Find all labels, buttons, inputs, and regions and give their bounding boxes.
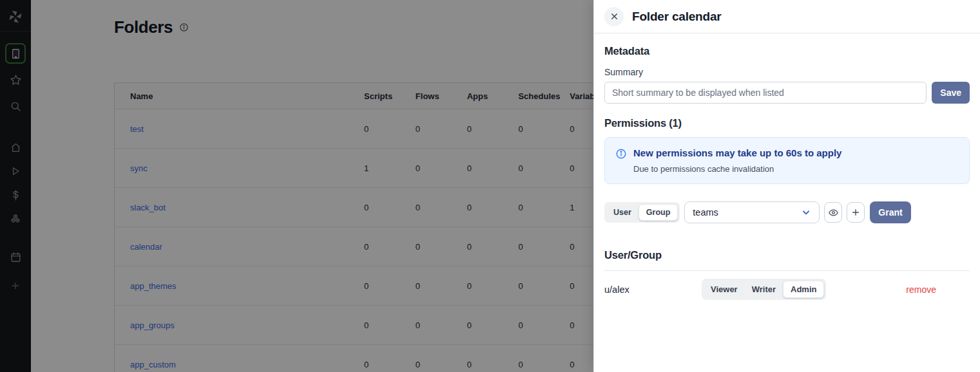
role-toggle: ViewerWriterAdmin — [702, 279, 826, 300]
summary-label: Summary — [604, 67, 970, 77]
permission-rows: u/alexViewerWriterAdminremove — [604, 271, 970, 308]
toggle-option-group[interactable]: Group — [639, 204, 678, 221]
summary-input[interactable] — [604, 82, 927, 104]
add-permittee-button[interactable] — [847, 202, 865, 223]
permittee-select-value: teams — [693, 207, 718, 218]
metadata-heading: Metadata — [604, 45, 970, 57]
permissions-info-banner: New permissions may take up to 60s to ap… — [604, 137, 970, 184]
folder-drawer: Folder calendar Metadata Summary Save Pe… — [593, 0, 980, 372]
banner-subtitle: Due to permissions cache invalidation — [633, 164, 841, 174]
user-group-heading: User/Group — [604, 249, 970, 261]
permittee-name: u/alex — [604, 284, 702, 295]
preview-permissions-button[interactable] — [824, 202, 842, 223]
save-button[interactable]: Save — [932, 82, 970, 104]
grant-button[interactable]: Grant — [870, 201, 910, 223]
drawer-title: Folder calendar — [632, 10, 722, 24]
plus-icon — [850, 207, 861, 218]
user-group-toggle: UserGroup — [604, 202, 680, 223]
drawer-backdrop[interactable] — [0, 0, 593, 372]
permittee-select[interactable]: teams — [684, 201, 820, 223]
role-option-writer[interactable]: Writer — [745, 281, 783, 297]
close-button[interactable] — [604, 7, 624, 26]
role-option-viewer[interactable]: Viewer — [704, 281, 745, 297]
permission-row: u/alexViewerWriterAdminremove — [604, 271, 970, 308]
app-window: Folders NameScriptsFlowsAppsSchedulesVar… — [0, 0, 980, 372]
drawer-header: Folder calendar — [594, 0, 980, 33]
permissions-heading: Permissions (1) — [604, 117, 970, 129]
banner-title: New permissions may take up to 60s to ap… — [633, 147, 841, 158]
x-icon — [610, 12, 619, 21]
info-circle-icon — [615, 148, 627, 174]
role-option-admin[interactable]: Admin — [783, 281, 824, 298]
toggle-option-user[interactable]: User — [606, 205, 639, 220]
eye-icon — [828, 207, 839, 218]
chevron-down-icon — [801, 207, 811, 218]
remove-permission-link[interactable]: remove — [906, 284, 936, 295]
